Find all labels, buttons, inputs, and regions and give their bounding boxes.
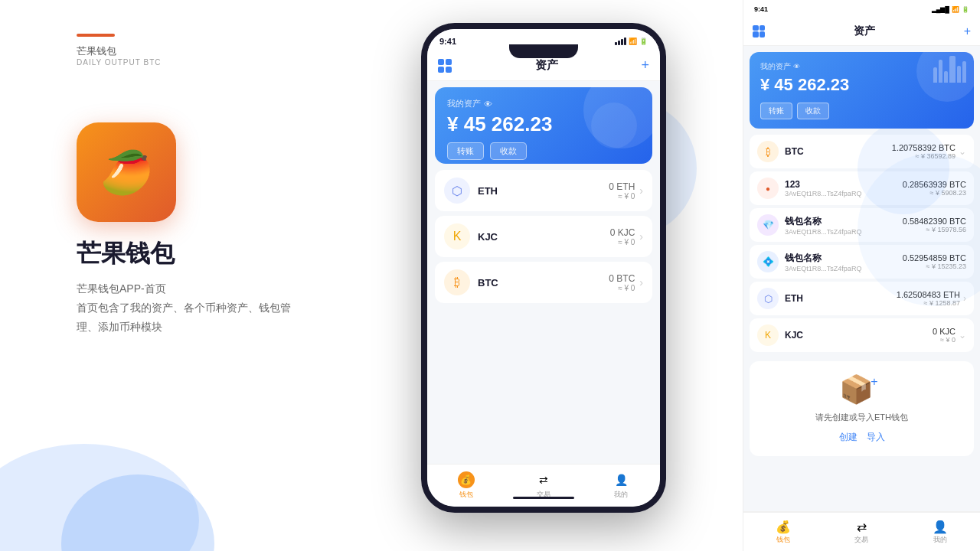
trade-nav-icon: ⇄ [535,471,552,488]
status-time: 9:41 [439,37,456,46]
kjc-fiat: ≈ ¥ 0 [610,238,635,246]
right-kjc-chevron: ⌄ [959,330,966,341]
phone-frame: 9:41 📶 🔋 资产 + [421,23,666,513]
right-receive-button[interactable]: 收款 [797,103,829,119]
signal-icon [615,37,626,45]
mine-nav-icon: 👤 [612,471,629,488]
eye-icon[interactable]: 👁 [484,99,492,109]
coin-item-btc[interactable]: ₿ BTC 0 BTC ≈ ¥ 0 › [435,262,652,303]
right-transfer-button[interactable]: 转账 [760,103,792,119]
right-bottom-nav: 💰 钱包 ⇄ 交易 👤 我的 [743,511,980,551]
app-title: 芒果钱包 [77,237,175,271]
asset-card: 我的资产 👁 ¥ 45 262.23 转账 收款 [435,87,652,164]
right-coin-kjc[interactable]: K KJC 0 KJC ≈ ¥ 0 ⌄ [750,318,974,352]
desc-line2: 首页包含了我的资产、各个币种资产、钱包管 [77,298,291,318]
battery-icon: 🔋 [639,37,648,45]
right-header: 资产 + [743,17,980,46]
btc-icon: ₿ [444,269,470,295]
kjc-icon: K [444,223,470,249]
phone-screen: 9:41 📶 🔋 资产 + [427,29,660,507]
right-eth-icon: ⬡ [757,288,779,309]
create-wallet-link[interactable]: 创建 [839,431,858,444]
right-trade-nav-icon: ⇄ [857,520,867,534]
app-icon-symbol: 🥭 [100,148,153,197]
add-icon[interactable]: + [641,57,649,73]
right-kjc-amount: 0 KJC [933,327,956,336]
right-kjc-info: KJC [785,330,933,341]
right-wallet2-icon: 💠 [757,251,779,272]
eth-icon: ⬡ [444,178,470,204]
nav-trade[interactable]: ⇄ 交易 [535,471,552,500]
right-eth-info: ETH [785,293,897,304]
btc-name: BTC [478,277,609,289]
right-kjc-fiat: ≈ ¥ 0 [933,336,956,344]
phone-mockup: 9:41 📶 🔋 资产 + [406,23,681,528]
right-nav-wallet-label: 钱包 [776,535,790,545]
desc-line3: 理、添加币种模块 [77,318,291,337]
right-add-icon[interactable]: + [964,24,971,38]
home-indicator [513,497,574,499]
right-nav-trade[interactable]: ⇄ 交易 [854,520,868,545]
nav-wallet[interactable]: 💰 钱包 [458,471,475,500]
nav-mine-label: 我的 [614,490,628,500]
btc-balance: 0 BTC ≈ ¥ 0 [609,273,635,292]
right-wallet1-icon: 💎 [757,214,779,236]
right-grid-icon[interactable] [753,25,765,37]
eth-amount: 0 ETH [609,181,635,192]
right-nav-mine[interactable]: 👤 我的 [933,520,948,545]
receive-button[interactable]: 收款 [490,142,527,160]
right-asset-card: 我的资产 👁 ¥ 45 262.23 转账 收款 [750,52,974,129]
coin-item-kjc[interactable]: K KJC 0 KJC ≈ ¥ 0 › [435,216,652,257]
right-123-icon: ● [757,178,779,199]
right-asset-buttons: 转账 收款 [760,103,963,119]
right-asset-label: 我的资产 👁 [760,61,963,72]
right-eth-name: ETH [785,293,897,304]
kjc-name: KJC [478,231,610,243]
desc-line1: 芒果钱包APP-首页 [77,279,291,298]
right-empty-state: 📦 + 请先创建或导入ETH钱包 创建 导入 [750,361,974,456]
import-wallet-link[interactable]: 导入 [867,431,885,444]
empty-state-text: 请先创建或导入ETH钱包 [762,412,962,423]
right-eye-icon[interactable]: 👁 [793,63,800,70]
right-wifi-icon: 📶 [952,6,959,13]
header-title: 资产 [535,58,558,73]
bottom-nav: 💰 钱包 ⇄ 交易 👤 我的 [427,464,660,507]
right-btc-chevron: ⌄ [959,146,966,157]
app-description: 芒果钱包APP-首页 首页包含了我的资产、各个币种资产、钱包管 理、添加币种模块 [77,279,291,337]
eth-name: ETH [478,185,609,197]
grid-icon[interactable] [438,59,452,73]
right-bg-2 [858,122,949,214]
eth-balance: 0 ETH ≈ ¥ 0 [609,181,635,201]
right-mine-nav-icon: 👤 [933,520,948,534]
right-signal-icon: ▂▄▆█ [932,6,949,13]
transfer-button[interactable]: 转账 [447,142,484,160]
brand-subtitle: DAILY OUTPUT BTC [77,58,161,67]
chevron-right-icon-2: › [639,230,643,243]
empty-state-actions: 创建 导入 [762,431,962,444]
accent-bar [77,34,115,37]
brand-name-top: 芒果钱包 [77,44,116,58]
btc-amount: 0 BTC [609,273,635,284]
nav-wallet-label: 钱包 [459,490,473,500]
wifi-icon: 📶 [629,37,637,45]
wallet-nav-icon: 💰 [458,471,475,488]
right-wallet-nav-icon: 💰 [776,520,791,534]
right-nav-mine-label: 我的 [933,535,947,545]
asset-label: 我的资产 👁 [447,98,640,109]
btc-fiat: ≈ ¥ 0 [609,284,635,292]
eth-fiat: ≈ ¥ 0 [609,192,635,201]
right-header-title: 资产 [854,24,875,38]
card-deco-2 [591,103,637,148]
right-nav-wallet[interactable]: 💰 钱包 [776,520,791,545]
right-status-bar: 9:41 ▂▄▆█ 📶 🔋 [743,0,980,17]
chevron-right-icon-3: › [639,276,643,289]
right-kjc-icon: K [757,324,779,346]
app-icon: 🥭 [77,122,176,222]
right-battery-icon: 🔋 [962,6,969,13]
nav-mine[interactable]: 👤 我的 [612,471,629,500]
right-panel: 9:41 ▂▄▆█ 📶 🔋 资产 + 我的资产 � [743,0,980,551]
right-kjc-bal: 0 KJC ≈ ¥ 0 [933,327,956,344]
kjc-amount: 0 KJC [610,227,635,238]
right-kjc-name: KJC [785,330,933,341]
coin-item-eth[interactable]: ⬡ ETH 0 ETH ≈ ¥ 0 › [435,170,652,211]
